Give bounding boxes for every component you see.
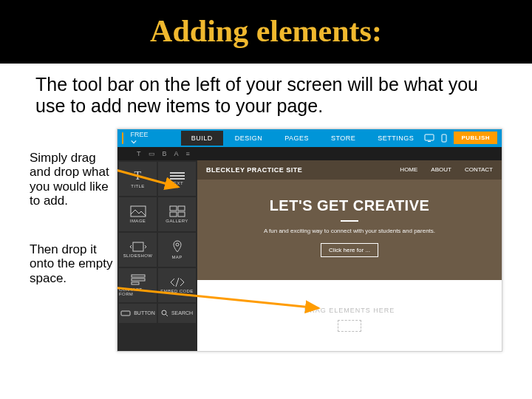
site-preview: BLECKLEY PRACTICE SITE HOME ABOUT CONTAC… [197, 160, 502, 351]
editor-top-bar: FREE BUILD DESIGN PAGES STORE SETTINGS P… [117, 129, 502, 147]
plan-label: FREE [131, 131, 149, 138]
svg-rect-8 [133, 242, 143, 251]
instruction-1: Simply drag and drop what you would like… [30, 151, 117, 208]
tab-store[interactable]: STORE [321, 131, 366, 146]
weebly-logo-icon [122, 132, 123, 144]
element-palette: T TITLE TEXT IMAGE GALLERY SLIDESH [117, 160, 197, 351]
nav-home[interactable]: HOME [400, 166, 417, 173]
svg-rect-7 [178, 212, 185, 216]
ql-text-icon[interactable]: T [137, 150, 141, 157]
palette-map[interactable]: MAP [158, 233, 196, 267]
text-lines-icon [170, 172, 185, 180]
palette-contact-form[interactable]: CONTACT FORM [119, 268, 157, 302]
hero-subtext[interactable]: A fun and exciting way to connect with y… [212, 228, 487, 234]
palette-button[interactable]: BUTTON [119, 304, 157, 323]
ql-bold-icon[interactable]: B [163, 150, 167, 157]
palette-embed-code[interactable]: EMBED CODE [158, 268, 196, 302]
plan-badge[interactable]: FREE [128, 131, 151, 146]
editor-tabs: BUILD DESIGN PAGES STORE SETTINGS [181, 131, 425, 146]
search-icon [161, 310, 168, 317]
svg-rect-2 [442, 134, 446, 142]
svg-line-15 [166, 314, 168, 316]
hero-divider [341, 220, 358, 222]
title-icon: T [134, 169, 141, 183]
tab-design[interactable]: DESIGN [225, 131, 273, 146]
nav-about[interactable]: ABOUT [431, 166, 451, 173]
editor-screenshot: FREE BUILD DESIGN PAGES STORE SETTINGS P… [117, 129, 502, 352]
site-title[interactable]: BLECKLEY PRACTICE SITE [206, 166, 302, 174]
svg-rect-4 [170, 206, 177, 211]
svg-rect-0 [425, 134, 434, 140]
mobile-preview-icon[interactable] [439, 133, 449, 143]
svg-rect-13 [121, 311, 130, 316]
drop-placeholder-icon [338, 320, 361, 332]
ql-image-icon[interactable]: ▭ [149, 150, 155, 157]
code-icon [169, 277, 185, 287]
form-icon [131, 274, 146, 286]
site-nav-bar: BLECKLEY PRACTICE SITE HOME ABOUT CONTAC… [197, 160, 502, 180]
palette-title[interactable]: T TITLE [119, 162, 157, 196]
drop-zone[interactable]: DRAG ELEMENTS HERE [197, 280, 502, 351]
nav-contact[interactable]: CONTACT [465, 166, 493, 173]
slideshow-icon [129, 242, 147, 252]
chevron-down-icon [131, 139, 137, 145]
svg-point-14 [162, 310, 166, 315]
gallery-icon [169, 205, 185, 217]
palette-search[interactable]: SEARCH [158, 304, 196, 323]
svg-rect-5 [178, 206, 185, 211]
svg-rect-6 [170, 212, 177, 216]
desktop-preview-icon[interactable] [424, 133, 434, 143]
svg-point-9 [176, 243, 179, 246]
ql-align-icon[interactable]: ≡ [186, 150, 190, 157]
palette-image[interactable]: IMAGE [119, 197, 157, 231]
svg-rect-3 [131, 206, 146, 216]
svg-rect-12 [132, 282, 139, 284]
svg-rect-1 [428, 141, 431, 142]
ql-font-icon[interactable]: A [174, 150, 179, 157]
svg-rect-11 [132, 279, 145, 281]
hero-cta-button[interactable]: Click here for ... [321, 243, 378, 257]
intro-text: The tool bar on the left of your screen … [0, 64, 532, 124]
side-instructions: Simply drag and drop what you would like… [30, 129, 117, 320]
button-icon [120, 310, 131, 316]
page-title: Adding elements: [0, 0, 532, 64]
palette-gallery[interactable]: GALLERY [158, 197, 196, 231]
drop-hint: DRAG ELEMENTS HERE [197, 280, 502, 314]
palette-text[interactable]: TEXT [158, 162, 196, 196]
publish-button[interactable]: PUBLISH [454, 132, 497, 144]
hero-section: LET'S GET CREATIVE A fun and exciting wa… [197, 180, 502, 269]
tab-settings[interactable]: SETTINGS [367, 131, 424, 146]
editor-quick-toolbar: T ▭ B A ≡ [117, 147, 502, 160]
map-pin-icon [171, 240, 184, 253]
palette-slideshow[interactable]: SLIDESHOW [119, 233, 157, 267]
image-icon [130, 205, 146, 217]
tab-build[interactable]: BUILD [181, 131, 223, 146]
hero-heading[interactable]: LET'S GET CREATIVE [212, 197, 487, 214]
svg-rect-10 [132, 275, 145, 277]
instruction-2: Then drop it onto the empty space. [30, 242, 117, 286]
tab-pages[interactable]: PAGES [274, 131, 319, 146]
